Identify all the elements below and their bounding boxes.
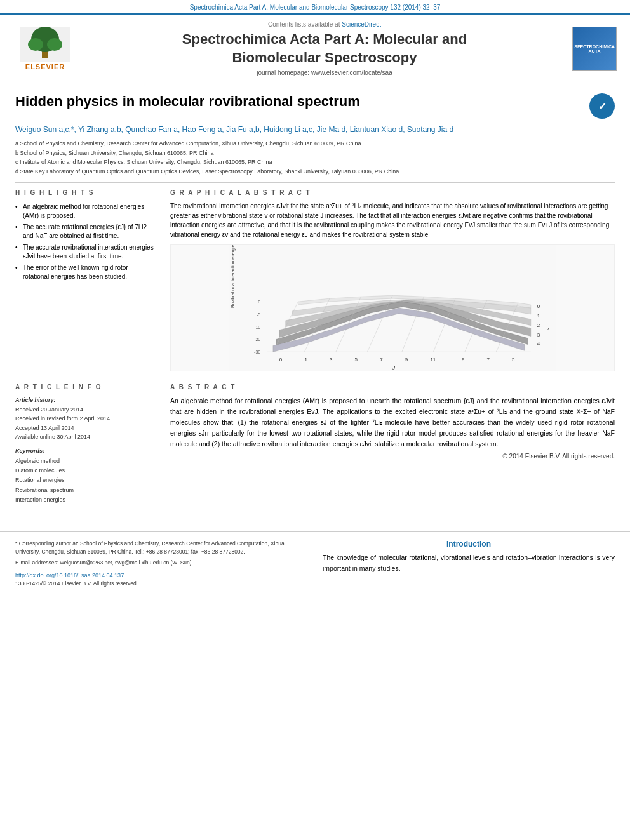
svg-text:3: 3 (537, 332, 540, 338)
copyright: © 2014 Elsevier B.V. All rights reserved… (170, 453, 615, 460)
3d-graph: Rovibrational interaction energies cm⁻¹ (170, 244, 615, 371)
highlights-graphical-row: H I G H L I G H T S An algebraic method … (15, 189, 615, 371)
svg-text:1: 1 (304, 357, 307, 363)
svg-text:9: 9 (462, 357, 465, 363)
affiliations: a School of Physics and Chemistry, Resea… (15, 140, 615, 176)
crossmark-badge[interactable]: ✓ (589, 93, 615, 119)
svg-text:0: 0 (537, 303, 540, 309)
science-direct-label: Contents lists available at ScienceDirec… (86, 21, 563, 28)
svg-text:-10: -10 (254, 325, 260, 330)
footer-right: Introduction The knowledge of molecular … (323, 540, 615, 587)
introduction-text: The knowledge of molecular rotational, v… (323, 552, 615, 574)
article-title-row: Hidden physics in molecular rovibrationa… (15, 93, 615, 119)
keyword-4: Rovibrational spectrum (15, 486, 155, 495)
graphical-abstract-label: G R A P H I C A L A B S T R A C T (170, 189, 615, 196)
svg-text:7: 7 (380, 357, 382, 363)
affiliation-a: a School of Physics and Chemistry, Resea… (15, 140, 615, 149)
graphical-abstract-text: The rovibrational interaction energies ε… (170, 201, 615, 239)
journal-bar-text: Spectrochimica Acta Part A: Molecular an… (190, 4, 441, 11)
history-label: Article history: (15, 396, 155, 404)
3d-graph-svg: Rovibrational interaction energies cm⁻¹ (171, 245, 614, 371)
elsevier-tree-icon (20, 27, 70, 62)
abstract-text: An algebraic method for rotational energ… (170, 396, 615, 449)
email-addresses: weiguosun@x263.net, swg@mail.xlhu.edu.cn… (60, 559, 193, 566)
abstract-label: A B S T R A C T (170, 383, 615, 390)
journal-logo-box: SPECTROCHIMICA ACTA (572, 27, 617, 71)
science-direct-link[interactable]: ScienceDirect (342, 21, 381, 28)
keywords-label: Keywords: (15, 446, 155, 456)
article-title: Hidden physics in molecular rovibrationa… (15, 93, 582, 110)
journal-logo-text: SPECTROCHIMICA ACTA (572, 42, 617, 56)
svg-text:2: 2 (537, 323, 540, 328)
affiliation-d: d State Key Laboratory of Quantum Optics… (15, 168, 615, 177)
doi-container: http://dx.doi.org/10.1016/j.saa.2014.04.… (15, 570, 307, 579)
svg-text:0: 0 (279, 357, 283, 363)
journal-center-info: Contents lists available at ScienceDirec… (86, 21, 563, 76)
svg-text:3: 3 (330, 357, 333, 363)
journal-bar: Spectrochimica Acta Part A: Molecular an… (0, 0, 630, 13)
affiliation-b: b School of Physics, Sichuan University,… (15, 149, 615, 158)
accepted-date: Accepted 13 April 2014 (15, 423, 155, 432)
keyword-2: Diatomic molecules (15, 466, 155, 476)
divider-1 (15, 182, 615, 183)
highlight-item-4: The error of the well known rigid rotor … (15, 262, 155, 283)
abstract-col: A B S T R A C T An algebraic method for … (170, 383, 615, 505)
highlights-col: H I G H L I G H T S An algebraic method … (15, 189, 155, 371)
keywords-section: Keywords: Algebraic method Diatomic mole… (15, 446, 155, 505)
svg-text:Rovibrational interaction ener: Rovibrational interaction energies cm⁻¹ (231, 245, 236, 308)
svg-text:-30: -30 (254, 350, 260, 355)
svg-text:5: 5 (355, 357, 358, 363)
svg-text:9: 9 (405, 357, 408, 363)
received-date: Received 20 January 2014 (15, 405, 155, 414)
page-footer: * Corresponding author at: School of Phy… (0, 531, 630, 587)
journal-header: ELSEVIER Contents lists available at Sci… (0, 13, 630, 83)
available-date: Available online 30 April 2014 (15, 432, 155, 441)
keyword-1: Algebraic method (15, 457, 155, 466)
highlight-item-1: An algebraic method for rotational energ… (15, 201, 155, 222)
journal-title: Spectrochimica Acta Part A: Molecular an… (86, 30, 563, 67)
svg-text:7: 7 (487, 357, 490, 363)
highlights-list: An algebraic method for rotational energ… (15, 201, 155, 283)
svg-text:0: 0 (258, 300, 260, 304)
keyword-3: Rotational energies (15, 476, 155, 485)
doi-link[interactable]: http://dx.doi.org/10.1016/j.saa.2014.04.… (15, 572, 124, 578)
article-info-abstract-row: A R T I C L E I N F O Article history: R… (15, 383, 615, 505)
elsevier-brand-text: ELSEVIER (25, 63, 65, 70)
keyword-5: Interaction energies (15, 495, 155, 505)
journal-homepage: journal homepage: www.elsevier.com/locat… (86, 69, 563, 76)
graphical-abstract-col: G R A P H I C A L A B S T R A C T The ro… (170, 189, 615, 371)
divider-2 (15, 378, 615, 378)
highlights-label: H I G H L I G H T S (15, 189, 155, 196)
introduction-title: Introduction (323, 540, 615, 549)
article-info-col: A R T I C L E I N F O Article history: R… (15, 383, 155, 505)
corresponding-author-note: * Corresponding author at: School of Phy… (15, 540, 307, 556)
article-content: Hidden physics in molecular rovibrationa… (0, 83, 630, 521)
highlight-item-2: The accurate rotational energies {εJ} of… (15, 222, 155, 242)
svg-text:11: 11 (430, 357, 436, 363)
footer-left: * Corresponding author at: School of Phy… (15, 540, 307, 587)
svg-text:-20: -20 (254, 338, 260, 342)
article-info-label: A R T I C L E I N F O (15, 383, 155, 390)
article-history: Article history: Received 20 January 201… (15, 396, 155, 441)
affiliation-c: c Institute of Atomic and Molecular Phys… (15, 158, 615, 167)
svg-point-3 (28, 38, 43, 51)
svg-text:5: 5 (512, 357, 515, 363)
svg-point-4 (47, 38, 62, 51)
authors: Weiguo Sun a,c,*, Yi Zhang a,b, Qunchao … (15, 124, 615, 136)
svg-text:4: 4 (537, 342, 540, 347)
svg-text:1: 1 (537, 313, 540, 319)
email-label: E-mail addresses: (15, 559, 58, 566)
email-note: E-mail addresses: weiguosun@x263.net, sw… (15, 559, 307, 567)
journal-logo-right: SPECTROCHIMICA ACTA (569, 27, 620, 71)
highlight-item-3: The accurate rovibrational interaction e… (15, 242, 155, 262)
issn-note: 1386-1425/© 2014 Elsevier B.V. All right… (15, 580, 307, 587)
revised-date: Received in revised form 2 April 2014 (15, 414, 155, 423)
svg-text:-5: -5 (257, 312, 260, 317)
elsevier-logo: ELSEVIER (10, 27, 80, 70)
